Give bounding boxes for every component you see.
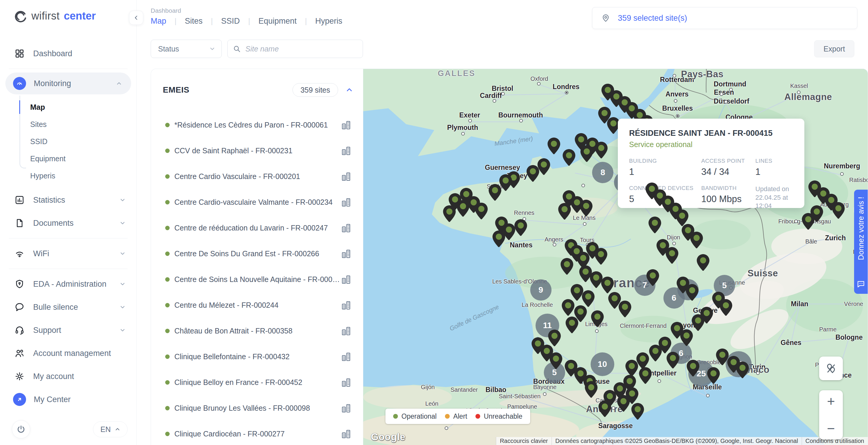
site-marker-pin[interactable] [686,359,700,377]
sidebar-item-eda-administration[interactable]: EDA - Administration [0,273,136,295]
buildings-icon[interactable] [341,403,351,413]
buildings-icon[interactable] [341,146,351,156]
sidebar-item-account-management[interactable]: Account management [0,342,136,365]
site-marker-pin[interactable] [598,400,612,417]
site-marker-pin[interactable] [707,367,720,384]
site-marker-pin[interactable] [649,344,662,362]
site-marker-pin[interactable] [549,352,563,370]
site-marker-pin[interactable] [639,367,652,384]
status-filter-select[interactable]: Status [151,40,222,58]
site-marker-pin[interactable] [719,299,733,316]
site-marker-pin[interactable] [565,316,579,334]
site-list-item[interactable]: Centre De Soins Du Grand Est - FR-000266 [151,241,363,266]
site-marker-pin[interactable] [690,231,704,249]
buildings-icon[interactable] [341,326,351,336]
site-marker-pin[interactable] [685,284,699,301]
zoom-in-button[interactable]: + [819,394,843,408]
site-marker-pin[interactable] [488,184,502,201]
site-marker-pin[interactable] [801,213,815,230]
keyboard-shortcuts-link[interactable]: Raccourcis clavier [496,437,551,445]
site-list-item[interactable]: Clinique Brunoy Les Vallées - FR-000098 [151,395,363,421]
site-marker-pin[interactable] [665,247,679,264]
site-list-item[interactable]: Centre Cardio-vasculaire Valmante - FR-0… [151,189,363,215]
sidebar-subitem-equipment[interactable]: Equipment [0,150,136,167]
sidebar-item-wifi[interactable]: WiFi [0,242,136,265]
site-marker-pin[interactable] [646,269,659,286]
site-marker-pin[interactable] [560,258,574,275]
map-canvas[interactable]: GALLESOxfordLondresBristolCardiffExeterB… [363,69,868,445]
site-list-item[interactable]: Centre de rééducation du Lavarin - FR-00… [151,215,363,241]
site-list-item[interactable]: Château de Bon Attrait - FR-000358 [151,318,363,344]
buildings-icon[interactable] [341,197,351,208]
tab-hyperis[interactable]: Hyperis [315,17,343,26]
site-marker-pin[interactable] [594,141,608,159]
site-marker-pin[interactable] [558,203,571,220]
site-marker-pin[interactable] [736,361,749,379]
buildings-icon[interactable] [341,429,351,439]
site-marker-pin[interactable] [562,149,576,166]
tab-map[interactable]: Map [151,17,166,26]
site-marker-pin[interactable] [618,300,632,318]
site-marker-pin[interactable] [617,395,630,412]
site-marker-pin[interactable] [666,351,680,369]
marker-cluster[interactable]: 8 [592,162,613,183]
site-marker-pin[interactable] [456,200,470,217]
sidebar-subitem-hyperis[interactable]: Hyperis [0,167,136,184]
site-marker-pin[interactable] [680,329,693,347]
site-marker-pin[interactable] [631,403,645,420]
site-marker-pin[interactable] [492,230,506,248]
site-marker-pin[interactable] [561,299,575,316]
site-marker-pin[interactable] [514,219,528,236]
site-marker-pin[interactable] [691,314,705,331]
panel-collapse-chevron-up-icon[interactable] [346,86,353,94]
toggle-markers-button[interactable] [819,356,843,380]
buildings-icon[interactable] [341,300,351,310]
site-marker-pin[interactable] [442,205,456,222]
language-selector[interactable]: EN [93,421,128,437]
site-marker-pin[interactable] [648,216,662,234]
sidebar-subitem-ssid[interactable]: SSID [0,133,136,150]
sidebar-subitem-map[interactable]: Map [0,98,136,116]
site-marker-pin[interactable] [696,254,710,271]
sidebar-item-statistics[interactable]: Statistics [0,188,136,212]
sidebar-item-bulle-silence[interactable]: Bulle silence [0,295,136,319]
site-marker-pin[interactable] [547,137,561,155]
buildings-icon[interactable] [341,249,351,259]
buildings-icon[interactable] [341,378,351,388]
site-marker-pin[interactable] [579,199,593,217]
selected-sites-box[interactable]: 359 selected site(s) [592,7,857,29]
sidebar-subitem-sites[interactable]: Sites [0,116,136,133]
sidebar-item-dashboard[interactable]: Dashboard [0,42,136,65]
tab-sites[interactable]: Sites [185,17,203,26]
sidebar-item-my-center[interactable]: My Center [0,388,136,411]
buildings-icon[interactable] [341,223,351,233]
site-list-item[interactable]: CCV de Saint Raphaël - FR-000231 [151,138,363,164]
site-marker-pin[interactable] [584,381,598,398]
zoom-out-button[interactable]: − [819,422,843,435]
sidebar-collapse-button[interactable] [129,11,143,25]
marker-cluster[interactable]: 9 [530,279,552,300]
google-logo[interactable]: Google [371,432,406,443]
site-marker-pin[interactable] [594,248,608,265]
site-list-item[interactable]: Centre de Soins La Nouvelle Aquitaine - … [151,266,363,292]
site-list-item[interactable]: Clinique Bellefontaine - FR-000432 [151,344,363,370]
buildings-icon[interactable] [341,352,351,362]
site-marker-pin[interactable] [591,310,604,327]
site-list-item[interactable]: Clinique Belloy en France - FR-000452 [151,370,363,395]
site-list-item[interactable]: Clinique Cardiocéan - FR-000277 [151,421,363,445]
logout-power-button[interactable] [12,420,30,439]
buildings-icon[interactable] [341,275,351,285]
site-marker-pin[interactable] [474,202,488,220]
site-marker-pin[interactable] [526,165,540,182]
feedback-tab[interactable]: Donnez votre avis ! [854,190,868,294]
sidebar-item-documents[interactable]: Documents [0,212,136,235]
site-marker-pin[interactable] [580,145,594,162]
site-list-item[interactable]: Centre du Mélezet - FR-000244 [151,292,363,318]
sidebar-item-my-account[interactable]: My account [0,365,136,388]
marker-cluster[interactable]: 10 [591,352,614,376]
tab-ssid[interactable]: SSID [221,17,240,26]
site-search-input[interactable] [245,45,357,53]
site-list-item[interactable]: *Résidence Les Cèdres du Paron - FR-0000… [151,112,363,138]
buildings-icon[interactable] [341,171,351,182]
sidebar-item-support[interactable]: Support [0,319,136,342]
